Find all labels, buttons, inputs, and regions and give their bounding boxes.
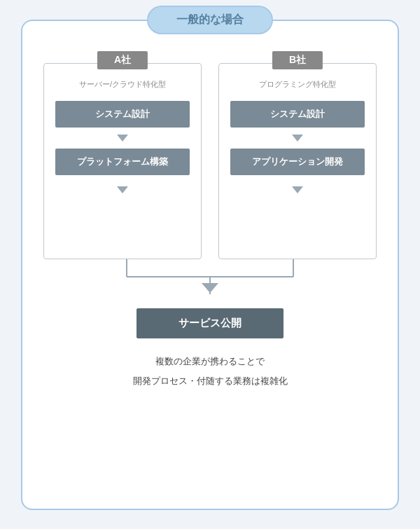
- company-b-step1: システム設計: [230, 101, 365, 128]
- main-card: 一般的な場合 A社 サーバー/クラウド特化型 システム設計 プラットフォーム構築…: [21, 20, 399, 510]
- arrow-a-1: [117, 135, 128, 142]
- arrow-a-2: [117, 186, 128, 193]
- company-a-step1: システム設計: [55, 101, 190, 128]
- right-vert-line: [293, 259, 294, 277]
- arrow-b-2: [292, 186, 303, 193]
- companies-row: A社 サーバー/クラウド特化型 システム設計 プラットフォーム構築 B社 プログ…: [43, 63, 377, 259]
- arrow-b-1: [292, 135, 303, 142]
- company-a-label: A社: [97, 51, 148, 69]
- converge-area: [43, 259, 377, 294]
- company-a-step2: プラットフォーム構築: [55, 149, 190, 175]
- company-b-subtitle: プログラミング特化型: [259, 79, 336, 90]
- service-box: サービス公開: [136, 308, 284, 338]
- title-text: 一般的な場合: [176, 13, 244, 25]
- company-b-label: B社: [272, 51, 323, 69]
- center-arrow: [202, 283, 218, 293]
- description-line1: 複数の企業が携わることで: [133, 352, 288, 371]
- left-vert-line: [126, 259, 127, 277]
- description-line2: 開発プロセス・付随する業務は複雑化: [133, 372, 288, 390]
- company-b-step2: アプリケーション開発: [230, 149, 365, 175]
- company-b-box: B社 プログラミング特化型 システム設計 アプリケーション開発: [218, 63, 377, 259]
- title-badge: 一般的な場合: [147, 6, 273, 34]
- description-area: 複数の企業が携わることで 開発プロセス・付随する業務は複雑化: [133, 352, 288, 392]
- company-a-subtitle: サーバー/クラウド特化型: [79, 79, 166, 90]
- company-a-box: A社 サーバー/クラウド特化型 システム設計 プラットフォーム構築: [43, 63, 202, 259]
